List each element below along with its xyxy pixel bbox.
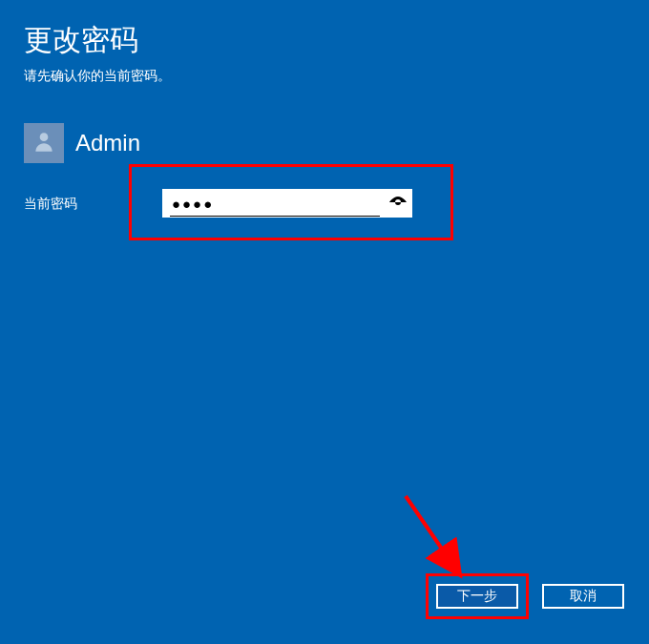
page-title: 更改密码 [0, 0, 649, 60]
current-password-input[interactable] [162, 189, 384, 218]
person-icon [31, 129, 56, 157]
current-password-label: 当前密码 [24, 196, 129, 213]
next-button[interactable]: 下一步 [436, 584, 518, 609]
avatar [24, 123, 64, 163]
svg-line-1 [406, 496, 458, 572]
password-field-wrap[interactable] [162, 189, 412, 218]
cancel-button[interactable]: 取消 [542, 584, 624, 609]
username: Admin [75, 130, 140, 156]
reveal-password-button[interactable] [384, 189, 412, 218]
user-row: Admin [24, 123, 649, 163]
eye-icon [389, 196, 407, 212]
subtitle: 请先确认你的当前密码。 [0, 60, 649, 85]
highlight-next-box: 下一步 [426, 573, 529, 619]
svg-point-0 [40, 133, 49, 141]
